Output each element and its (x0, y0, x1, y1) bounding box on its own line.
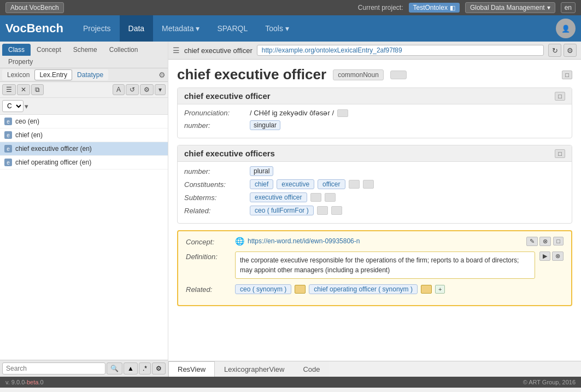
list-item-selected[interactable]: e chief executive officer (en) (0, 142, 168, 156)
user-icon: 👤 (561, 25, 570, 33)
sense-related-coo[interactable]: chief operating officer ( synonym ) (309, 284, 418, 294)
search-button[interactable]: 🔍 (107, 362, 122, 375)
definition-box: the corporate executive responsible for … (235, 251, 535, 279)
entry-icon: e (4, 159, 12, 166)
tab-lexicographer[interactable]: LexicographerView (215, 361, 294, 377)
refresh-button[interactable]: ↺ (126, 84, 139, 95)
filter-dropdown-icon: ▾ (25, 102, 28, 110)
list-item[interactable]: e chief operating officer (en) (0, 156, 168, 169)
sense-related-ceo[interactable]: ceo ( synonym ) (235, 284, 291, 294)
search-options-button[interactable]: ▲ (124, 362, 138, 375)
subterms-row: Subterms: executive officer (184, 192, 565, 202)
entry-title-actions: □ (562, 71, 572, 79)
language-button[interactable]: en (561, 2, 576, 13)
constituent-action-btn[interactable] (363, 180, 374, 189)
subtab-lexentry[interactable]: Lex.Entry (34, 69, 72, 80)
settings-content-button[interactable]: ⚙ (564, 44, 577, 57)
search-bar: 🔍 ▲ .* ⚙ (0, 360, 168, 377)
sort-a-button[interactable]: A (113, 84, 125, 95)
plural-section-btn[interactable]: □ (555, 149, 565, 158)
constituents-chips: chief executive officer (250, 179, 374, 189)
tab-class[interactable]: Class (2, 44, 31, 56)
concept-delete-button[interactable]: ⊗ (539, 237, 551, 246)
concept-label: Concept: (186, 237, 235, 246)
concept-actions: ✎ ⊗ (526, 237, 551, 246)
singular-form-section: chief executive officer □ Pronunciation:… (177, 87, 572, 138)
list-item[interactable]: e ceo (en) (0, 115, 168, 128)
singular-form-body: Pronunciation: / CHēf ig zekyədiv ôfəsər… (178, 104, 572, 138)
settings-button[interactable]: ⚙ (140, 84, 154, 95)
add-entry-button[interactable]: ☰ (2, 84, 16, 95)
entry-icon: e (4, 145, 12, 153)
tab-property[interactable]: Property (2, 56, 39, 68)
nav-item-projects[interactable]: Projects (74, 15, 120, 42)
user-avatar[interactable]: 👤 (556, 19, 576, 38)
related-label: Related: (184, 207, 250, 215)
list-item[interactable]: e chief (en) (0, 128, 168, 142)
tab-collection[interactable]: Collection (103, 44, 144, 56)
tab-resview[interactable]: ResView (168, 361, 215, 377)
related-chips: ceo ( fullFormFor ) (250, 206, 342, 215)
panel-settings-button[interactable]: ⚙ (159, 71, 166, 79)
plural-form-section: chief executive officers □ number: plura… (177, 145, 572, 224)
definition-action-button[interactable]: ⊗ (552, 251, 564, 261)
related-chip-ceo[interactable]: ceo ( fullFormFor ) (250, 206, 314, 215)
chevron-down-icon: ▾ (547, 4, 550, 11)
related-action-btn[interactable] (331, 206, 342, 215)
about-button[interactable]: About VocBench (5, 2, 64, 13)
related-add-btn[interactable] (317, 206, 328, 215)
constituent-add-btn[interactable] (349, 180, 360, 189)
sense-section: Concept: 🌐 https://en-word.net/id/ewn-09… (177, 230, 572, 306)
subtab-lexicon[interactable]: Lexicon (2, 69, 34, 80)
nav-item-sparql[interactable]: SPARQL (208, 15, 256, 42)
tab-code[interactable]: Code (294, 361, 329, 377)
definition-text: the corporate executive responsible for … (240, 256, 519, 274)
definition-edit-button[interactable]: ▶ (539, 251, 550, 261)
more-button[interactable]: ▾ (155, 84, 166, 95)
copy-entry-button[interactable]: ⧉ (31, 84, 44, 95)
subterm-add-btn[interactable] (310, 193, 321, 202)
sense-related-label: Related: (186, 284, 235, 294)
constituent-chip-chief[interactable]: chief (250, 179, 273, 189)
refresh-content-button[interactable]: ↻ (548, 44, 561, 57)
sense-related-btn1[interactable] (295, 285, 306, 294)
entry-action-btn[interactable]: □ (562, 71, 572, 79)
remove-entry-button[interactable]: ✕ (17, 84, 30, 95)
tab-concept[interactable]: Concept (31, 44, 67, 56)
concept-url[interactable]: https://en-word.net/id/ewn-09935806-n (248, 237, 360, 245)
number-row-singular: number: singular (184, 120, 565, 130)
regex-button[interactable]: .* (139, 362, 151, 375)
list-toolbar: ☰ ✕ ⧉ A ↺ ⚙ ▾ (0, 82, 168, 98)
subterm-action-btn[interactable] (325, 193, 336, 202)
constituent-chip-officer[interactable]: officer (318, 179, 345, 189)
subterm-chip-executive-officer[interactable]: executive officer (250, 192, 307, 202)
search-icon: 🔍 (110, 365, 119, 372)
left-panel: Class Concept Scheme Collection Property… (0, 42, 168, 377)
tab-scheme[interactable]: Scheme (67, 44, 103, 56)
definition-label: Definition: (186, 251, 235, 261)
concept-more-button[interactable]: □ (553, 237, 564, 245)
version-text: v. 9.0.0-beta.0 (5, 379, 44, 385)
number-label-singular: number: (184, 121, 250, 130)
section-header-actions: □ (555, 149, 565, 158)
filter-select[interactable]: C A B (2, 100, 24, 112)
nav-item-metadata[interactable]: Metadata ▾ (153, 15, 208, 42)
search-input[interactable] (2, 362, 105, 375)
section-collapse-button[interactable]: □ (555, 92, 565, 101)
nav-item-data[interactable]: Data (120, 15, 154, 42)
sense-related-btn2[interactable] (421, 285, 432, 294)
entry-type-icon: ☰ (173, 46, 180, 55)
sense-related-add-button[interactable]: + (435, 285, 445, 294)
subtab-datatype[interactable]: Datatype (72, 69, 108, 80)
global-data-button[interactable]: Global Data Management ▾ (465, 2, 555, 13)
nav-item-tools[interactable]: Tools ▾ (256, 15, 298, 42)
regex-icon: .* (143, 365, 147, 372)
concept-edit-button[interactable]: ✎ (526, 237, 538, 246)
project-name: TestOntolex ◧ (409, 3, 460, 13)
pronunciation-value: / CHēf ig zekyədiv ôfəsər / (250, 109, 334, 117)
sub-tabs: Lexicon Lex.Entry Datatype ⚙ (0, 68, 168, 82)
search-settings-button[interactable]: ⚙ (152, 362, 166, 375)
main-layout: Class Concept Scheme Collection Property… (0, 42, 581, 377)
filter-row: C A B ▾ (0, 98, 168, 115)
constituent-chip-executive[interactable]: executive (277, 179, 314, 189)
